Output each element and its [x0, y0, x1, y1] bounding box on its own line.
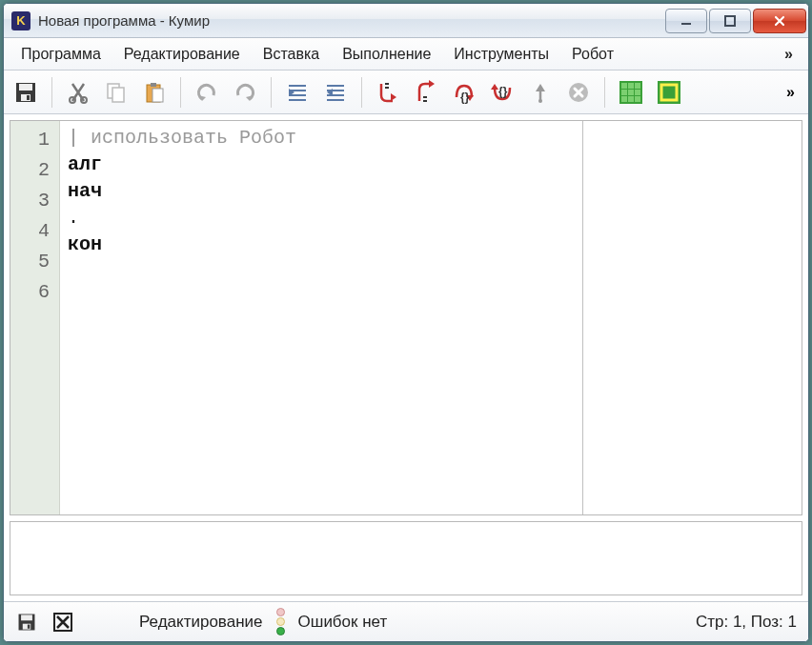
cut-icon[interactable] — [62, 76, 94, 109]
status-errors: Ошибок нет — [298, 613, 388, 632]
svg-rect-29 — [621, 90, 627, 95]
code-area[interactable]: | использовать Роботалгнач.кон — [60, 121, 577, 514]
svg-rect-3 — [19, 84, 32, 91]
toolbar-overflow[interactable]: » — [779, 80, 802, 105]
workspace: 1 2 3 4 5 6 | использовать Роботалгнач.к… — [4, 114, 808, 601]
svg-rect-5 — [27, 95, 30, 100]
svg-rect-32 — [621, 96, 627, 102]
menu-execute[interactable]: Выполнение — [331, 42, 442, 67]
robot-field-icon[interactable] — [653, 76, 685, 109]
line-number: 4 — [10, 216, 59, 247]
run-to-cursor-icon[interactable] — [524, 76, 557, 109]
grid-icon[interactable] — [615, 76, 647, 109]
menu-overflow[interactable]: » — [775, 42, 802, 67]
menu-robot[interactable]: Робот — [560, 42, 625, 67]
line-number: 5 — [10, 247, 59, 277]
editor-row: 1 2 3 4 5 6 | использовать Роботалгнач.к… — [10, 120, 802, 515]
svg-rect-26 — [621, 83, 627, 89]
menu-tools[interactable]: Инструменты — [442, 42, 560, 67]
svg-rect-1 — [725, 16, 735, 26]
window-controls — [663, 9, 806, 33]
svg-rect-28 — [635, 83, 640, 89]
svg-rect-0 — [681, 23, 691, 25]
step-into-icon[interactable]: {} — [486, 76, 518, 109]
svg-point-23 — [538, 99, 542, 103]
svg-rect-31 — [635, 90, 640, 95]
svg-rect-12 — [152, 89, 163, 102]
status-save-icon[interactable] — [15, 611, 38, 634]
svg-rect-20 — [327, 99, 344, 101]
redo-icon[interactable] — [229, 76, 261, 109]
svg-rect-19 — [327, 94, 344, 96]
copy-icon[interactable] — [100, 76, 132, 109]
svg-rect-15 — [289, 94, 306, 96]
svg-rect-40 — [28, 624, 30, 628]
minimize-button[interactable] — [665, 9, 707, 33]
window-title: Новая программа - Кумир — [38, 12, 663, 29]
indent-right-icon[interactable] — [281, 76, 314, 109]
svg-rect-33 — [628, 96, 634, 102]
step-over-icon[interactable]: {} — [448, 76, 480, 109]
line-number: 6 — [10, 277, 59, 308]
status-bar: Редактирование Ошибок нет Стр: 1, Поз: 1 — [4, 601, 808, 641]
svg-rect-27 — [628, 83, 634, 89]
code-editor[interactable]: 1 2 3 4 5 6 | использовать Роботалгнач.к… — [10, 121, 577, 514]
title-bar: K Новая программа - Кумир — [4, 4, 808, 38]
output-console[interactable] — [10, 521, 802, 595]
menu-program[interactable]: Программа — [10, 42, 112, 67]
app-window: K Новая программа - Кумир Программа Реда… — [3, 3, 809, 642]
menu-edit[interactable]: Редактирование — [112, 42, 252, 67]
line-number: 3 — [10, 186, 59, 216]
maximize-button[interactable] — [709, 9, 751, 33]
status-close-box-icon[interactable] — [51, 611, 74, 634]
run-step-icon[interactable] — [410, 76, 442, 109]
traffic-light-icon — [276, 608, 285, 635]
svg-rect-34 — [635, 96, 640, 102]
status-mode: Редактирование — [139, 613, 263, 632]
svg-rect-38 — [21, 615, 32, 620]
line-number: 1 — [10, 125, 59, 155]
menu-insert[interactable]: Вставка — [252, 42, 331, 67]
svg-rect-16 — [289, 99, 306, 101]
svg-text:{}: {} — [460, 91, 470, 104]
svg-rect-9 — [112, 88, 124, 102]
svg-rect-13 — [289, 85, 306, 87]
menu-bar: Программа Редактирование Вставка Выполне… — [4, 38, 808, 71]
toolbar: {} {} » — [4, 71, 808, 114]
undo-icon[interactable] — [191, 76, 223, 109]
save-icon[interactable] — [10, 76, 42, 109]
line-number: 2 — [10, 155, 59, 186]
run-continuous-icon[interactable] — [372, 76, 404, 109]
status-position: Стр: 1, Поз: 1 — [696, 613, 797, 632]
paste-icon[interactable] — [138, 76, 171, 109]
svg-text:{}: {} — [498, 85, 508, 98]
svg-rect-17 — [327, 85, 344, 87]
close-button[interactable] — [753, 9, 806, 33]
indent-left-icon[interactable] — [319, 76, 352, 109]
app-icon: K — [11, 11, 30, 30]
stop-icon[interactable] — [562, 76, 595, 109]
svg-rect-11 — [151, 83, 156, 87]
side-panel — [582, 121, 802, 514]
svg-rect-30 — [628, 90, 634, 95]
line-gutter: 1 2 3 4 5 6 — [10, 121, 60, 514]
